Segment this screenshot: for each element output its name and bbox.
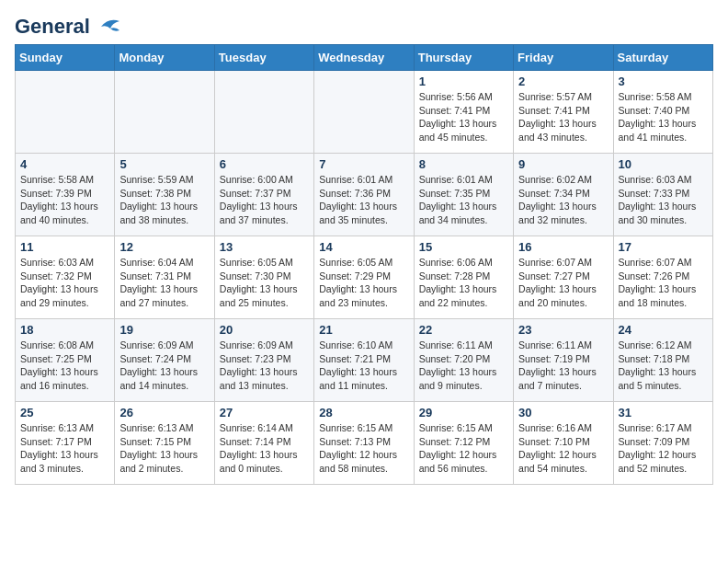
calendar-cell: 29Sunrise: 6:15 AM Sunset: 7:12 PM Dayli…	[414, 402, 513, 485]
calendar-header-row: SundayMondayTuesdayWednesdayThursdayFrid…	[16, 45, 713, 71]
day-info: Sunrise: 6:01 AM Sunset: 7:36 PM Dayligh…	[319, 173, 408, 227]
day-number: 17	[619, 240, 708, 254]
calendar-cell: 1Sunrise: 5:56 AM Sunset: 7:41 PM Daylig…	[414, 71, 513, 154]
day-number: 26	[119, 406, 209, 419]
day-info: Sunrise: 5:56 AM Sunset: 7:41 PM Dayligh…	[419, 90, 508, 144]
day-number: 24	[619, 323, 708, 337]
calendar-cell: 2Sunrise: 5:57 AM Sunset: 7:41 PM Daylig…	[514, 71, 613, 154]
day-info: Sunrise: 6:05 AM Sunset: 7:30 PM Dayligh…	[220, 256, 309, 310]
weekday-header-saturday: Saturday	[613, 45, 712, 71]
day-number: 21	[319, 323, 408, 337]
day-info: Sunrise: 6:15 AM Sunset: 7:12 PM Dayligh…	[419, 421, 508, 476]
day-info: Sunrise: 6:00 AM Sunset: 7:37 PM Dayligh…	[220, 173, 309, 227]
day-info: Sunrise: 6:07 AM Sunset: 7:26 PM Dayligh…	[619, 256, 708, 310]
day-info: Sunrise: 6:10 AM Sunset: 7:21 PM Dayligh…	[319, 339, 408, 393]
day-number: 12	[119, 240, 209, 254]
day-number: 10	[619, 157, 708, 171]
calendar-week-row: 4Sunrise: 5:58 AM Sunset: 7:39 PM Daylig…	[16, 154, 713, 236]
calendar-cell: 21Sunrise: 6:10 AM Sunset: 7:21 PM Dayli…	[314, 319, 414, 402]
logo-general-text: General	[15, 15, 90, 39]
weekday-header-tuesday: Tuesday	[214, 45, 313, 71]
day-number: 19	[119, 323, 209, 337]
day-info: Sunrise: 6:09 AM Sunset: 7:23 PM Dayligh…	[220, 339, 309, 393]
calendar-week-row: 18Sunrise: 6:08 AM Sunset: 7:25 PM Dayli…	[16, 319, 713, 402]
page-header: General	[15, 15, 713, 35]
day-info: Sunrise: 6:16 AM Sunset: 7:10 PM Dayligh…	[518, 421, 608, 476]
day-info: Sunrise: 6:12 AM Sunset: 7:18 PM Dayligh…	[619, 339, 708, 393]
calendar-cell: 24Sunrise: 6:12 AM Sunset: 7:18 PM Dayli…	[613, 319, 712, 402]
day-number: 7	[319, 157, 408, 171]
day-number: 13	[220, 240, 309, 254]
logo: General	[15, 15, 123, 35]
calendar-cell: 7Sunrise: 6:01 AM Sunset: 7:36 PM Daylig…	[314, 154, 414, 236]
calendar-table: SundayMondayTuesdayWednesdayThursdayFrid…	[15, 44, 713, 485]
weekday-header-wednesday: Wednesday	[314, 45, 414, 71]
day-info: Sunrise: 6:05 AM Sunset: 7:29 PM Dayligh…	[319, 256, 408, 310]
calendar-cell	[214, 71, 313, 154]
day-info: Sunrise: 6:07 AM Sunset: 7:27 PM Dayligh…	[518, 256, 608, 310]
weekday-header-sunday: Sunday	[16, 45, 115, 71]
day-info: Sunrise: 6:03 AM Sunset: 7:32 PM Dayligh…	[20, 256, 109, 310]
day-info: Sunrise: 6:02 AM Sunset: 7:34 PM Dayligh…	[518, 173, 608, 227]
calendar-cell: 19Sunrise: 6:09 AM Sunset: 7:24 PM Dayli…	[115, 319, 214, 402]
calendar-cell: 13Sunrise: 6:05 AM Sunset: 7:30 PM Dayli…	[214, 236, 313, 319]
calendar-cell: 20Sunrise: 6:09 AM Sunset: 7:23 PM Dayli…	[214, 319, 313, 402]
calendar-cell: 26Sunrise: 6:13 AM Sunset: 7:15 PM Dayli…	[115, 402, 214, 485]
day-number: 3	[619, 75, 708, 88]
day-number: 2	[518, 75, 608, 88]
day-number: 5	[119, 157, 209, 171]
day-number: 9	[518, 157, 608, 171]
calendar-cell: 30Sunrise: 6:16 AM Sunset: 7:10 PM Dayli…	[514, 402, 613, 485]
day-number: 8	[419, 157, 508, 171]
day-number: 18	[20, 323, 109, 337]
day-info: Sunrise: 6:09 AM Sunset: 7:24 PM Dayligh…	[119, 339, 209, 393]
day-info: Sunrise: 6:15 AM Sunset: 7:13 PM Dayligh…	[319, 421, 408, 476]
day-number: 6	[220, 157, 309, 171]
day-number: 31	[619, 406, 708, 419]
calendar-cell: 18Sunrise: 6:08 AM Sunset: 7:25 PM Dayli…	[16, 319, 115, 402]
calendar-cell: 3Sunrise: 5:58 AM Sunset: 7:40 PM Daylig…	[613, 71, 712, 154]
calendar-cell: 25Sunrise: 6:13 AM Sunset: 7:17 PM Dayli…	[16, 402, 115, 485]
day-info: Sunrise: 5:57 AM Sunset: 7:41 PM Dayligh…	[518, 90, 608, 144]
calendar-week-row: 1Sunrise: 5:56 AM Sunset: 7:41 PM Daylig…	[16, 71, 713, 154]
calendar-cell: 23Sunrise: 6:11 AM Sunset: 7:19 PM Dayli…	[514, 319, 613, 402]
calendar-cell: 31Sunrise: 6:17 AM Sunset: 7:09 PM Dayli…	[613, 402, 712, 485]
calendar-cell: 15Sunrise: 6:06 AM Sunset: 7:28 PM Dayli…	[414, 236, 513, 319]
calendar-cell: 11Sunrise: 6:03 AM Sunset: 7:32 PM Dayli…	[16, 236, 115, 319]
weekday-header-monday: Monday	[115, 45, 214, 71]
day-number: 27	[220, 406, 309, 419]
day-number: 28	[319, 406, 408, 419]
calendar-cell: 14Sunrise: 6:05 AM Sunset: 7:29 PM Dayli…	[314, 236, 414, 319]
calendar-cell: 6Sunrise: 6:00 AM Sunset: 7:37 PM Daylig…	[214, 154, 313, 236]
day-info: Sunrise: 6:14 AM Sunset: 7:14 PM Dayligh…	[220, 421, 309, 476]
calendar-cell	[314, 71, 414, 154]
calendar-cell: 12Sunrise: 6:04 AM Sunset: 7:31 PM Dayli…	[115, 236, 214, 319]
day-number: 14	[319, 240, 408, 254]
calendar-cell: 8Sunrise: 6:01 AM Sunset: 7:35 PM Daylig…	[414, 154, 513, 236]
calendar-cell: 4Sunrise: 5:58 AM Sunset: 7:39 PM Daylig…	[16, 154, 115, 236]
day-info: Sunrise: 6:13 AM Sunset: 7:17 PM Dayligh…	[20, 421, 109, 476]
day-info: Sunrise: 6:08 AM Sunset: 7:25 PM Dayligh…	[20, 339, 109, 393]
calendar-cell: 17Sunrise: 6:07 AM Sunset: 7:26 PM Dayli…	[613, 236, 712, 319]
calendar-cell: 16Sunrise: 6:07 AM Sunset: 7:27 PM Dayli…	[514, 236, 613, 319]
day-number: 16	[518, 240, 608, 254]
day-info: Sunrise: 6:06 AM Sunset: 7:28 PM Dayligh…	[419, 256, 508, 310]
calendar-cell: 5Sunrise: 5:59 AM Sunset: 7:38 PM Daylig…	[115, 154, 214, 236]
day-number: 29	[419, 406, 508, 419]
day-info: Sunrise: 6:01 AM Sunset: 7:35 PM Dayligh…	[419, 173, 508, 227]
day-number: 22	[419, 323, 508, 337]
calendar-cell	[115, 71, 214, 154]
calendar-cell: 22Sunrise: 6:11 AM Sunset: 7:20 PM Dayli…	[414, 319, 513, 402]
day-info: Sunrise: 5:58 AM Sunset: 7:40 PM Dayligh…	[619, 90, 708, 144]
day-number: 30	[518, 406, 608, 419]
calendar-week-row: 11Sunrise: 6:03 AM Sunset: 7:32 PM Dayli…	[16, 236, 713, 319]
day-info: Sunrise: 6:11 AM Sunset: 7:19 PM Dayligh…	[518, 339, 608, 393]
day-info: Sunrise: 5:59 AM Sunset: 7:38 PM Dayligh…	[119, 173, 209, 227]
day-number: 23	[518, 323, 608, 337]
logo-bird-icon	[94, 16, 123, 38]
day-info: Sunrise: 6:03 AM Sunset: 7:33 PM Dayligh…	[619, 173, 708, 227]
day-number: 15	[419, 240, 508, 254]
day-info: Sunrise: 5:58 AM Sunset: 7:39 PM Dayligh…	[20, 173, 109, 227]
day-number: 1	[419, 75, 508, 88]
day-info: Sunrise: 6:13 AM Sunset: 7:15 PM Dayligh…	[119, 421, 209, 476]
